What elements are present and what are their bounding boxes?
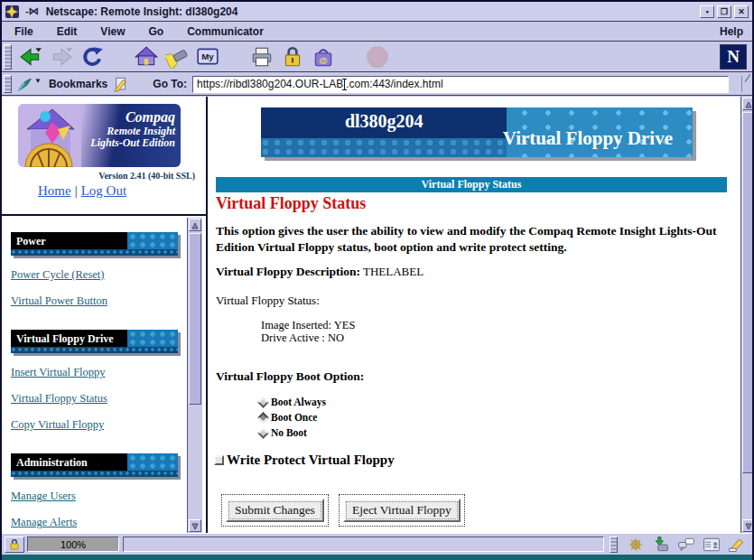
server-name: dl380g204 — [261, 111, 507, 132]
logo-line2: Lights-Out Edition — [90, 137, 175, 149]
bookmarks-label[interactable]: Bookmarks — [49, 78, 107, 90]
stop-button[interactable] — [364, 44, 391, 70]
security-lock-indicator[interactable] — [5, 537, 24, 553]
logout-link[interactable]: Log Out — [81, 183, 126, 198]
sidebar-link-insert-virtual-floppy[interactable]: Insert Virtual Floppy — [11, 366, 187, 379]
boot-option-label: Virtual Floppy Boot Option: — [216, 369, 364, 384]
scrollbar-thumb[interactable] — [189, 233, 201, 405]
header-dots-decoration — [128, 330, 179, 353]
scroll-down-button[interactable] — [189, 519, 201, 532]
section-title: Administration — [16, 456, 88, 470]
netscape-logo[interactable]: N — [720, 44, 747, 70]
address-book-component-button[interactable] — [699, 536, 724, 554]
section-header-administration: Administration — [11, 453, 178, 477]
boot-always-radio[interactable] — [257, 397, 269, 408]
floppy-description-label: Virtual Floppy Description: — [216, 265, 360, 278]
sidebar-scrollbar[interactable] — [187, 218, 202, 533]
menu-help[interactable]: Help — [720, 25, 743, 38]
forward-button[interactable] — [48, 44, 75, 70]
button-row: Submit Changes Eject Virtual Floppy — [221, 494, 475, 527]
sidebar-link-power-cycle[interactable]: Power Cycle (Reset) — [11, 268, 187, 282]
floppy-description-row: Virtual Floppy Description: THELABEL — [216, 265, 424, 279]
menu-view[interactable]: View — [100, 25, 125, 38]
boot-always-option[interactable]: Boot Always — [259, 397, 326, 407]
home-button[interactable] — [133, 44, 160, 70]
location-page-icon[interactable] — [113, 76, 129, 92]
goto-label: Go To: — [153, 78, 187, 90]
location-grip[interactable] — [4, 75, 12, 94]
window-title: Netscape: Remote Insight: dl380g204 — [46, 5, 697, 18]
boot-once-label: Boot Once — [271, 412, 317, 423]
menu-communicator[interactable]: Communicator — [187, 25, 264, 38]
url-text-after: .com:443/index.html — [346, 78, 442, 90]
write-protect-option[interactable]: Write Protect Virtual Floppy — [214, 453, 395, 468]
navigator-component-button[interactable] — [623, 536, 648, 554]
write-protect-checkbox[interactable] — [214, 455, 224, 465]
mailbox-component-button[interactable] — [648, 536, 674, 554]
image-inserted-status: Image Inserted: YES — [261, 319, 355, 332]
scroll-up-button[interactable] — [742, 98, 754, 110]
sidebar-link-manage-users[interactable]: Manage Users — [11, 490, 187, 503]
banner-page-title: Virtual Floppy Drive — [503, 127, 673, 150]
submit-changes-button[interactable]: Submit Changes — [226, 499, 324, 522]
sidebar-link-virtual-floppy-status[interactable]: Virtual Floppy Status — [11, 392, 187, 406]
sidebar-link-manage-alerts[interactable]: Manage Alerts — [11, 516, 187, 529]
menu-file[interactable]: File — [14, 25, 33, 38]
composer-component-button[interactable] — [724, 536, 749, 554]
floppy-status-label: Virtual Floppy Status: — [216, 294, 320, 308]
menu-go[interactable]: Go — [148, 25, 163, 38]
section-header-virtual-floppy: Virtual Floppy Drive — [11, 330, 178, 353]
back-button[interactable] — [17, 44, 44, 70]
bookmarks-icon — [15, 76, 33, 92]
eject-virtual-floppy-button[interactable]: Eject Virtual Floppy — [343, 499, 461, 522]
shop-button[interactable]: @ — [310, 44, 337, 70]
scrollbar-thumb[interactable] — [742, 112, 754, 473]
boot-always-label: Boot Always — [271, 397, 326, 407]
minimize-button[interactable]: ▪ — [700, 5, 714, 18]
reload-button[interactable] — [79, 44, 106, 70]
url-input[interactable]: https://ribdl380g204.OUR-LAB.com:443/ind… — [192, 76, 729, 93]
location-resize-grip[interactable] — [741, 76, 749, 92]
component-bar-grip[interactable] — [610, 537, 618, 553]
logo-illustration-icon — [18, 104, 81, 167]
sidebar-link-copy-virtual-floppy[interactable]: Copy Virtual Floppy — [11, 418, 187, 432]
location-bar: ▼ Bookmarks Go To: https://ribdl380g204.… — [2, 73, 752, 96]
drive-active-status: Drive Active : NO — [261, 331, 344, 345]
sidebar-frame: Compaq Remote Insight Lights-Out Edition… — [2, 97, 208, 533]
intro-text: This option gives the user the ability t… — [216, 223, 729, 256]
sidebar-link-virtual-power-button[interactable]: Virtual Power Button — [11, 294, 187, 308]
header-dots-decoration — [128, 453, 179, 477]
bookmarks-caret-icon: ▼ — [34, 77, 42, 85]
main-scrollbar[interactable] — [740, 97, 754, 533]
home-link[interactable]: Home — [38, 183, 71, 198]
page-heading: Virtual Floppy Status — [216, 194, 366, 213]
discussions-component-button[interactable] — [674, 536, 699, 554]
close-button[interactable]: ✕ — [734, 5, 749, 18]
menu-edit[interactable]: Edit — [57, 25, 78, 38]
title-bar[interactable]: -⋈ Netscape: Remote Insight: dl380g204 ▪… — [2, 2, 752, 22]
print-button[interactable] — [248, 44, 275, 70]
status-bar: 100% — [2, 533, 752, 555]
boot-once-option[interactable]: Boot Once — [259, 412, 317, 423]
toolbar-grip[interactable] — [4, 44, 12, 70]
svg-text:My: My — [201, 51, 214, 61]
no-boot-option[interactable]: No Boot — [259, 427, 307, 438]
maximize-button[interactable]: ❐ — [717, 5, 731, 18]
logo-text: Compaq Remote Insight Lights-Out Edition — [90, 109, 175, 149]
version-label: Version 2.41 (40-bit SSL) — [98, 171, 195, 181]
search-button[interactable] — [163, 44, 191, 70]
main-frame: dl380g204 Virtual Floppy Drive Virtual F… — [209, 97, 754, 533]
scroll-down-button[interactable] — [742, 519, 754, 532]
window-menu-icon[interactable]: -⋈ — [25, 5, 39, 17]
boot-once-radio[interactable] — [257, 412, 269, 424]
navigation-toolbar: My @ N — [2, 42, 752, 72]
security-button[interactable] — [279, 44, 306, 70]
sidebar-header-frame: Compaq Remote Insight Lights-Out Edition… — [2, 97, 206, 216]
my-netscape-button[interactable]: My — [194, 44, 221, 70]
no-boot-radio[interactable] — [257, 427, 269, 439]
window-bottom-edge — [2, 555, 752, 560]
scroll-up-button[interactable] — [189, 219, 201, 231]
compaq-logo: Compaq Remote Insight Lights-Out Edition — [18, 104, 181, 167]
logo-brand: Compaq — [90, 109, 175, 126]
browser-window: -⋈ Netscape: Remote Insight: dl380g204 ▪… — [0, 0, 754, 560]
